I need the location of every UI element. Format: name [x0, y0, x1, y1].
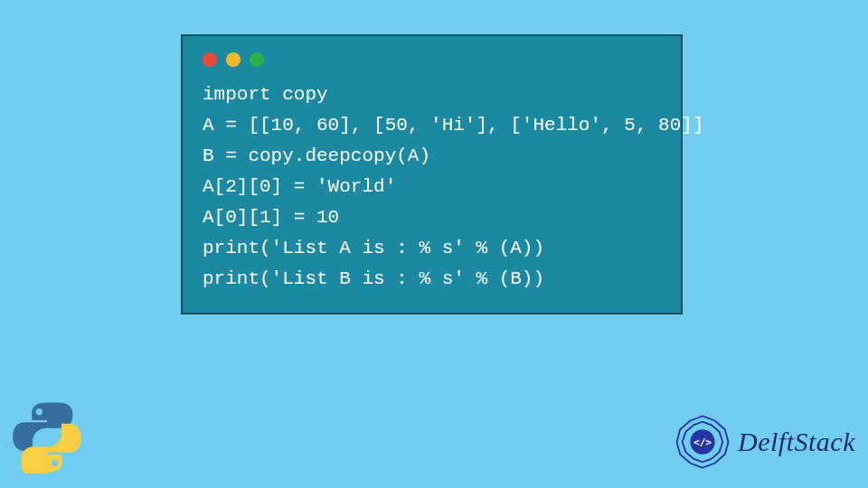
code-line: print('List B is : % s' % (B)): [203, 268, 544, 289]
close-icon: [203, 52, 217, 67]
brand: </> DelftStack: [675, 414, 855, 470]
code-window: import copy A = [[10, 60], [50, 'Hi'], […: [181, 34, 683, 314]
code-line: print('List A is : % s' % (A)): [203, 238, 544, 258]
svg-text:</>: </>: [693, 436, 712, 448]
maximize-icon: [250, 52, 264, 67]
code-line: A[2][0] = 'World': [203, 176, 396, 197]
python-logo-icon: [11, 401, 83, 474]
code-line: A[0][1] = 10: [203, 207, 339, 228]
code-line: A = [[10, 60], [50, 'Hi'], ['Hello', 5, …: [203, 115, 704, 136]
code-line: import copy: [203, 84, 328, 105]
brand-name: DelftStack: [738, 427, 855, 457]
code-line: B = copy.deepcopy(A): [203, 145, 430, 166]
window-traffic-lights: [203, 52, 661, 67]
code-block: import copy A = [[10, 60], [50, 'Hi'], […: [203, 80, 661, 295]
brand-badge-icon: </>: [675, 414, 731, 470]
minimize-icon: [226, 52, 241, 67]
